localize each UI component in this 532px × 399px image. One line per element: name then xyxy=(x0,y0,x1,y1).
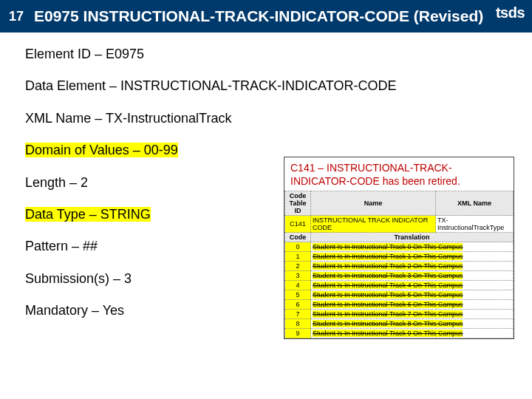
translation-cell: Student Is In Instructional Track 3 On T… xyxy=(311,271,514,281)
prop-mandatory: Mandatory – Yes xyxy=(25,302,247,319)
code-table-subheader-row: Code Translation xyxy=(285,233,514,242)
page-number: 17 xyxy=(9,9,28,24)
translation-text: Student Is In Instructional Track 4 On T… xyxy=(313,282,463,289)
translation-text: Student Is In Instructional Track 7 On T… xyxy=(313,310,463,318)
highlight: Data Type – STRING xyxy=(25,207,151,222)
prop-label: Domain of Values – xyxy=(25,143,144,157)
code-cell: 9 xyxy=(285,329,311,338)
prop-value: E0975 xyxy=(106,47,144,61)
code-cell: 8 xyxy=(285,319,311,329)
slide-header: 17 E0975 INSTRUCTIONAL-TRACK-INDICATOR-C… xyxy=(0,0,532,33)
prop-data-element: Data Element – INSTRUCTIONAL-TRACK-INDIC… xyxy=(25,78,507,95)
code-row: 2Student Is In Instructional Track 2 On … xyxy=(285,262,514,271)
translation-cell: Student Is In Instructional Track 6 On T… xyxy=(311,300,514,310)
translation-cell: Student Is In Instructional Track 8 On T… xyxy=(311,319,514,329)
prop-value: 00-99 xyxy=(144,143,178,157)
prop-value: INSTRUCTIONAL-TRACK-INDICATOR-CODE xyxy=(120,78,396,93)
translation-text: Student Is In Instructional Track 0 On T… xyxy=(313,243,463,250)
th-code: Code xyxy=(285,233,311,242)
prop-element-id: Element ID – E0975 xyxy=(25,46,507,63)
prop-label: Element ID – xyxy=(25,47,106,61)
translation-text: Student Is In Instructional Track 2 On T… xyxy=(313,262,463,270)
translation-cell: Student Is In Instructional Track 5 On T… xyxy=(311,290,514,300)
prop-data-type: Data Type – STRING xyxy=(25,206,247,223)
code-table-meta-row: C141 INSTRUCTIONAL TRACK INDICATOR CODE … xyxy=(285,216,514,233)
code-cell: 5 xyxy=(285,290,311,300)
translation-cell: Student Is In Instructional Track 4 On T… xyxy=(311,281,514,290)
translation-text: Student Is In Instructional Track 9 On T… xyxy=(313,330,463,337)
code-row: 4Student Is In Instructional Track 4 On … xyxy=(285,281,514,290)
translation-text: Student Is In Instructional Track 6 On T… xyxy=(313,301,463,308)
prop-xml-name: XML Name – TX-InstructionalTrack xyxy=(25,110,507,127)
code-cell: 3 xyxy=(285,271,311,281)
prop-label: Mandatory – xyxy=(25,303,103,318)
prop-label: Submission(s) – xyxy=(25,271,124,286)
prop-label: Pattern – xyxy=(25,239,83,253)
prop-value: Yes xyxy=(103,303,124,318)
code-row: 6Student Is In Instructional Track 6 On … xyxy=(285,300,514,310)
code-table: Code Table ID Name XML Name C141 INSTRUC… xyxy=(284,191,514,338)
code-cell: 6 xyxy=(285,300,311,310)
code-row: 1Student Is In Instructional Track 1 On … xyxy=(285,252,514,262)
prop-label: Length – xyxy=(25,175,81,190)
prop-pattern: Pattern – ## xyxy=(25,238,247,255)
prop-value: 3 xyxy=(124,271,132,286)
prop-label: XML Name – xyxy=(25,111,106,126)
code-row: 3Student Is In Instructional Track 3 On … xyxy=(285,271,514,281)
code-cell: 0 xyxy=(285,242,311,252)
retired-note: C141 – INSTRUCTIONAL-TRACK-INDICATOR-COD… xyxy=(284,157,514,191)
code-row: 9Student Is In Instructional Track 9 On … xyxy=(285,329,514,338)
translation-text: Student Is In Instructional Track 8 On T… xyxy=(313,320,463,327)
code-cell: 7 xyxy=(285,310,311,319)
translation-cell: Student Is In Instructional Track 0 On T… xyxy=(311,242,514,252)
tsds-logo: tsds xyxy=(496,4,525,21)
code-row: 5Student Is In Instructional Track 5 On … xyxy=(285,290,514,300)
th-xml: XML Name xyxy=(436,191,514,216)
prop-value: 2 xyxy=(81,175,88,190)
slide-body: Element ID – E0975 Data Element – INSTRU… xyxy=(0,33,532,399)
code-cell: 4 xyxy=(285,281,311,290)
translation-text: Student Is In Instructional Track 5 On T… xyxy=(313,291,463,299)
prop-label: Data Element – xyxy=(25,78,120,93)
cell-code-table-id: C141 xyxy=(285,216,311,233)
prop-length: Length – 2 xyxy=(25,174,247,191)
translation-cell: Student Is In Instructional Track 7 On T… xyxy=(311,310,514,319)
prop-submissions: Submission(s) – 3 xyxy=(25,270,247,287)
translation-text: Student Is In Instructional Track 3 On T… xyxy=(313,272,463,279)
translation-cell: Student Is In Instructional Track 9 On T… xyxy=(311,329,514,338)
prop-value: STRING xyxy=(100,207,151,222)
highlight: Domain of Values – 00-99 xyxy=(25,143,178,157)
code-table-header-row: Code Table ID Name XML Name xyxy=(285,191,514,216)
translation-cell: Student Is In Instructional Track 1 On T… xyxy=(311,252,514,262)
cell-xml: TX-InstructionalTrackType xyxy=(436,216,514,233)
th-translation: Translation xyxy=(311,233,514,242)
prop-value: ## xyxy=(83,239,98,253)
th-name: Name xyxy=(311,191,436,216)
prop-domain: Domain of Values – 00-99 xyxy=(25,142,247,159)
cell-name: INSTRUCTIONAL TRACK INDICATOR CODE xyxy=(311,216,436,233)
page-title: E0975 INSTRUCTIONAL-TRACK-INDICATOR-CODE… xyxy=(34,7,483,25)
retired-code-panel: C141 – INSTRUCTIONAL-TRACK-INDICATOR-COD… xyxy=(284,157,514,339)
prop-value: TX-InstructionalTrack xyxy=(106,111,231,126)
prop-label: Data Type – xyxy=(25,207,100,222)
code-cell: 2 xyxy=(285,262,311,271)
code-row: 0Student Is In Instructional Track 0 On … xyxy=(285,242,514,252)
code-row: 8Student Is In Instructional Track 8 On … xyxy=(285,319,514,329)
code-cell: 1 xyxy=(285,252,311,262)
translation-text: Student Is In Instructional Track 1 On T… xyxy=(313,253,463,260)
translation-cell: Student Is In Instructional Track 2 On T… xyxy=(311,262,514,271)
th-code-table-id: Code Table ID xyxy=(285,191,311,216)
code-row: 7Student Is In Instructional Track 7 On … xyxy=(285,310,514,319)
